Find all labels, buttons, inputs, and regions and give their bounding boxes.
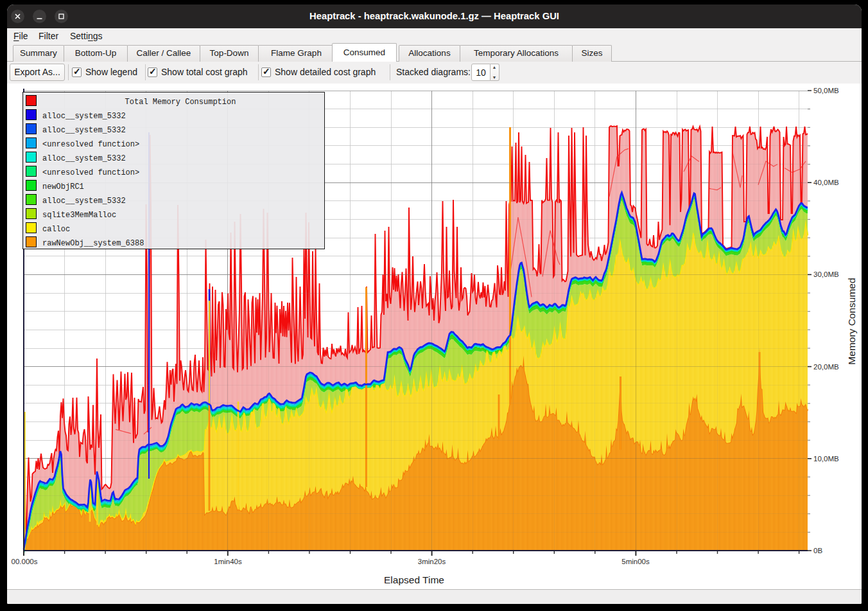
svg-text:5min00s: 5min00s [621,558,650,565]
svg-text:sqlite3MemMalloc: sqlite3MemMalloc [42,211,116,220]
svg-text:Memory Consumed: Memory Consumed [846,278,857,364]
svg-text:alloc__system_5332: alloc__system_5332 [42,126,126,135]
svg-text:20,0MB: 20,0MB [813,363,839,371]
svg-text:rawNewObj__system_6388: rawNewObj__system_6388 [42,239,144,248]
svg-text:calloc: calloc [42,225,70,234]
svg-text:00.000s: 00.000s [12,558,38,565]
svg-text:1min40s: 1min40s [214,558,242,565]
svg-text:alloc__system_5332: alloc__system_5332 [42,197,126,206]
svg-text:3min20s: 3min20s [418,558,446,565]
svg-text:40,0MB: 40,0MB [813,179,839,186]
svg-text:10,0MB: 10,0MB [813,455,839,463]
svg-text:<unresolved function>: <unresolved function> [42,168,139,177]
svg-text:Elapsed Time: Elapsed Time [384,574,444,585]
svg-text:0B: 0B [813,547,822,554]
svg-text:<unresolved function>: <unresolved function> [42,140,139,149]
svg-text:newObjRC1: newObjRC1 [42,182,84,191]
svg-text:30,0MB: 30,0MB [813,270,839,278]
svg-text:Total Memory Consumption: Total Memory Consumption [125,98,236,107]
svg-text:alloc__system_5332: alloc__system_5332 [42,112,126,121]
svg-text:alloc__system_5332: alloc__system_5332 [42,154,126,163]
svg-text:50,0MB: 50,0MB [813,87,839,94]
